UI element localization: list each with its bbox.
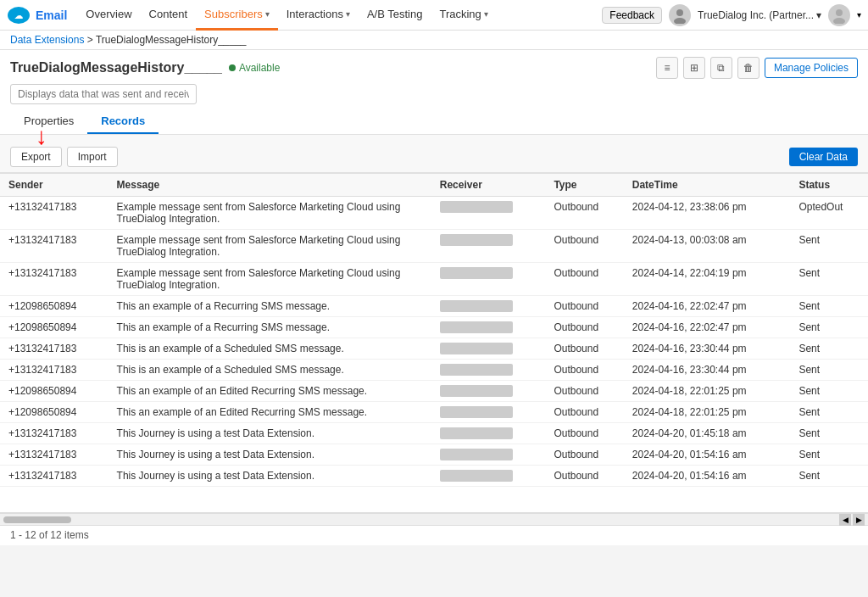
cell-type: Outbound — [545, 381, 623, 402]
chevron-down-icon[interactable]: ▾ — [857, 10, 861, 20]
search-bar — [10, 84, 858, 104]
svg-text:☁: ☁ — [14, 11, 23, 20]
cell-datetime: 2024-04-13, 00:03:08 am — [624, 230, 791, 263]
salesforce-logo: ☁ — [7, 6, 31, 25]
user-avatar[interactable] — [828, 4, 850, 26]
col-message: Message — [108, 174, 431, 197]
nav-content[interactable]: Content — [141, 0, 197, 31]
cell-status: Sent — [790, 296, 868, 317]
nav-overview[interactable]: Overview — [77, 0, 140, 31]
page-header-top: TrueDialogMessageHistory_____ Available … — [10, 57, 858, 79]
nav-ab-testing[interactable]: A/B Testing — [359, 0, 431, 31]
records-table: Sender Message Receiver Type DateTime St… — [0, 174, 868, 487]
clear-data-button[interactable]: Clear Data — [789, 148, 858, 166]
arrow-indicator: ↓ — [36, 123, 47, 150]
svg-point-4 — [836, 9, 843, 16]
cell-message: Example message sent from Salesforce Mar… — [108, 263, 431, 296]
tabs: Properties Records — [10, 109, 858, 134]
cell-datetime: 2024-04-18, 22:01:25 pm — [624, 402, 791, 423]
manage-policies-button[interactable]: Manage Policies — [765, 58, 858, 78]
header-actions: ≡ ⊞ ⧉ 🗑 Manage Policies — [656, 57, 858, 79]
cell-status: Sent — [790, 466, 868, 487]
import-button[interactable]: Import — [67, 147, 118, 167]
cell-receiver: ██████████ — [431, 381, 546, 402]
col-type: Type — [545, 174, 623, 197]
table-row: +13132417183 Example message sent from S… — [0, 197, 868, 230]
cell-type: Outbound — [545, 444, 623, 466]
copy-icon[interactable]: ⧉ — [710, 57, 732, 79]
cell-datetime: 2024-04-16, 22:02:47 pm — [624, 317, 791, 338]
cell-status: Sent — [790, 402, 868, 423]
breadcrumb-separator: > — [87, 34, 93, 46]
cell-message: Example message sent from Salesforce Mar… — [108, 230, 431, 263]
table-header-row: Sender Message Receiver Type DateTime St… — [0, 174, 868, 197]
scroll-thumb[interactable] — [3, 516, 71, 523]
search-input[interactable] — [10, 84, 197, 104]
page-title: TrueDialogMessageHistory_____ — [10, 60, 222, 75]
tab-records[interactable]: Records — [87, 109, 159, 134]
table-row: +13132417183 This Journey is using a tes… — [0, 444, 868, 466]
cell-sender: +13132417183 — [0, 263, 108, 296]
cell-receiver: ██████████ — [431, 360, 546, 381]
person-icon — [831, 7, 848, 24]
cell-status: Sent — [790, 230, 868, 263]
app-name: Email — [36, 8, 67, 22]
cell-type: Outbound — [545, 423, 623, 444]
cell-status: Sent — [790, 317, 868, 338]
scroll-left-arrow[interactable]: ◀ — [839, 514, 851, 526]
nav-interactions[interactable]: Interactions ▾ — [278, 0, 359, 31]
col-datetime: DateTime — [624, 174, 791, 197]
table-body: +13132417183 Example message sent from S… — [0, 197, 868, 487]
app-logo[interactable]: ☁ Email — [7, 6, 67, 25]
cell-message: This an example of a Recurring SMS messa… — [108, 317, 431, 338]
svg-point-2 — [676, 9, 683, 16]
cell-receiver: ██████████ — [431, 444, 546, 466]
cell-receiver: ██████████ — [431, 423, 546, 444]
horizontal-scrollbar[interactable]: ◀ ▶ — [0, 513, 868, 525]
scroll-arrows: ◀ ▶ — [839, 514, 865, 526]
scroll-right-arrow[interactable]: ▶ — [853, 514, 865, 526]
table-row: +12098650894 This an example of a Recurr… — [0, 317, 868, 338]
cell-status: Sent — [790, 444, 868, 466]
svg-point-5 — [833, 18, 845, 24]
table-row: +13132417183 This Journey is using a tes… — [0, 423, 868, 444]
filter-icon[interactable]: ≡ — [656, 57, 678, 79]
tab-properties[interactable]: Properties — [10, 109, 87, 134]
table-row: +13132417183 Example message sent from S… — [0, 230, 868, 263]
cell-status: OptedOut — [790, 197, 868, 230]
cell-type: Outbound — [545, 263, 623, 296]
delete-icon[interactable]: 🗑 — [737, 57, 760, 79]
cell-status: Sent — [790, 381, 868, 402]
nav-tracking[interactable]: Tracking ▾ — [431, 0, 496, 31]
nav-subscribers[interactable]: Subscribers ▾ — [196, 0, 278, 31]
records-table-container[interactable]: Sender Message Receiver Type DateTime St… — [0, 174, 868, 513]
cell-message: This Journey is using a test Data Extens… — [108, 423, 431, 444]
cell-receiver: ██████████ — [431, 296, 546, 317]
cell-sender: +13132417183 — [0, 360, 108, 381]
cell-message: This an example of an Edited Recurring S… — [108, 402, 431, 423]
cell-type: Outbound — [545, 338, 623, 360]
cell-message: This an example of a Recurring SMS messa… — [108, 296, 431, 317]
grid-icon[interactable]: ⊞ — [683, 57, 705, 79]
cell-type: Outbound — [545, 197, 623, 230]
cell-datetime: 2024-04-16, 23:30:44 pm — [624, 338, 791, 360]
cell-sender: +13132417183 — [0, 423, 108, 444]
col-status: Status — [790, 174, 868, 197]
chevron-down-icon: ▾ — [816, 9, 821, 21]
cell-receiver: ██████████ — [431, 402, 546, 423]
cell-datetime: 2024-04-14, 22:04:19 pm — [624, 263, 791, 296]
record-count: 1 - 12 of 12 items — [10, 529, 89, 541]
avatar[interactable] — [669, 4, 691, 26]
breadcrumb-link[interactable]: Data Extensions — [10, 34, 84, 46]
breadcrumb: Data Extensions > TrueDialogMessageHisto… — [0, 31, 868, 50]
org-selector[interactable]: TrueDialog Inc. (Partner... ▾ — [698, 9, 821, 21]
status-bar: 1 - 12 of 12 items — [0, 525, 868, 545]
toolbar-left: Export Import — [10, 147, 118, 167]
cell-message: This is an example of a Scheduled SMS me… — [108, 338, 431, 360]
cell-receiver: ██████████ — [431, 317, 546, 338]
cell-receiver: ██████████ — [431, 197, 546, 230]
chevron-down-icon: ▾ — [346, 9, 350, 19]
cell-sender: +12098650894 — [0, 317, 108, 338]
cell-receiver: ██████████ — [431, 338, 546, 360]
feedback-button[interactable]: Feedback — [602, 7, 662, 24]
